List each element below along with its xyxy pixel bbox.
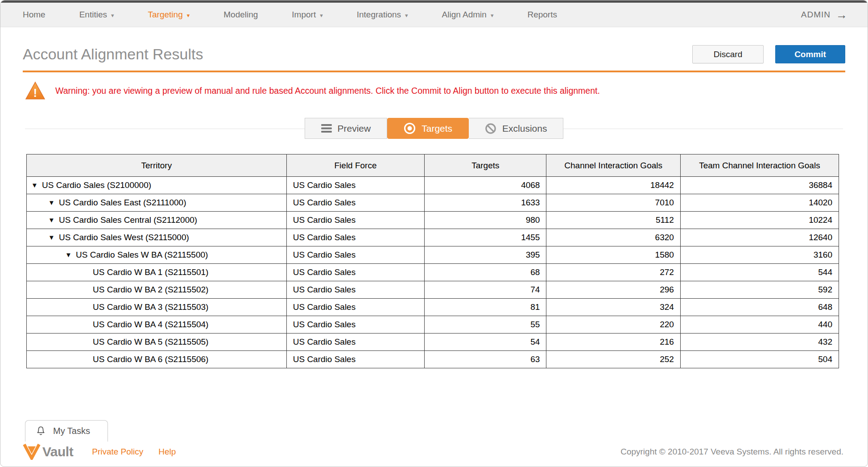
team-channel-goals-cell: 12640 xyxy=(680,229,839,246)
expand-arrow-icon[interactable]: ▼ xyxy=(48,216,59,224)
field-force-cell: US Cardio Sales xyxy=(286,177,425,194)
column-header-team-channel-interaction-goals: Team Channel Interaction Goals xyxy=(680,154,839,177)
title-divider xyxy=(23,71,845,72)
team-channel-goals-cell: 648 xyxy=(680,299,839,316)
nav-item-home[interactable]: Home ▾ xyxy=(23,10,45,20)
team-channel-goals-cell: 440 xyxy=(680,316,839,334)
territory-cell: ▼US Cardio W BA 1 (S2115501) xyxy=(27,264,287,281)
table-row[interactable]: ▼US Cardio Sales (S2100000) US Cardio Sa… xyxy=(27,177,839,194)
territory-cell: ▼US Cardio W BA 5 (S2115505) xyxy=(27,334,287,351)
targets-cell: 81 xyxy=(425,299,546,316)
territory-cell: ▼US Cardio W BA 4 (S2115504) xyxy=(27,316,287,334)
team-channel-goals-cell: 14020 xyxy=(680,194,839,212)
territory-label: US Cardio W BA 4 (S2115504) xyxy=(93,320,208,329)
nav-item-align-admin[interactable]: Align Admin ▾ xyxy=(442,10,494,20)
nav-item-label: Home xyxy=(23,10,45,20)
channel-goals-cell: 5112 xyxy=(546,212,680,229)
expand-arrow-icon[interactable]: ▼ xyxy=(48,199,59,206)
top-navbar: Home ▾ Entities ▾ Targeting ▾ Modeling ▾… xyxy=(0,3,868,27)
table-row[interactable]: ▼US Cardio W BA 1 (S2115501) US Cardio S… xyxy=(27,264,839,281)
field-force-cell: US Cardio Sales xyxy=(286,334,425,351)
tab-label: Targets xyxy=(422,123,452,134)
territory-cell: ▼US Cardio Sales Central (S2112000) xyxy=(27,212,287,229)
territory-cell: ▼US Cardio Sales West (S2115000) xyxy=(27,229,287,246)
tab-label: Preview xyxy=(338,123,371,134)
table-row[interactable]: ▼US Cardio W BA 6 (S2115506) US Cardio S… xyxy=(27,351,839,368)
targets-cell: 54 xyxy=(425,334,546,351)
column-header-targets: Targets xyxy=(425,154,546,177)
territory-label: US Cardio Sales Central (S2112000) xyxy=(59,215,197,225)
nav-item-targeting[interactable]: Targeting ▾ xyxy=(148,10,190,20)
territory-cell: ▼US Cardio W BA 2 (S2115502) xyxy=(27,281,287,299)
field-force-cell: US Cardio Sales xyxy=(286,299,425,316)
nav-item-modeling[interactable]: Modeling ▾ xyxy=(223,10,258,20)
channel-goals-cell: 272 xyxy=(546,264,680,281)
expand-arrow-icon[interactable]: ▼ xyxy=(31,181,42,189)
page-header: Account Alignment Results Discard Commit xyxy=(23,45,845,63)
team-channel-goals-cell: 504 xyxy=(680,351,839,368)
territory-label: US Cardio Sales W BA (S2115500) xyxy=(76,250,208,259)
team-channel-goals-cell: 10224 xyxy=(680,212,839,229)
chevron-down-icon: ▾ xyxy=(405,12,408,18)
team-channel-goals-cell: 544 xyxy=(680,264,839,281)
nav-item-label: Integrations xyxy=(357,10,401,20)
table-row[interactable]: ▼US Cardio Sales West (S2115000) US Card… xyxy=(27,229,839,246)
discard-button[interactable]: Discard xyxy=(692,45,764,63)
field-force-cell: US Cardio Sales xyxy=(286,264,425,281)
targets-cell: 1455 xyxy=(425,229,546,246)
nav-item-import[interactable]: Import ▾ xyxy=(292,10,322,20)
commit-button[interactable]: Commit xyxy=(775,45,845,63)
footer-link-private-policy[interactable]: Private Policy xyxy=(92,447,143,457)
territory-cell: ▼US Cardio Sales W BA (S2115500) xyxy=(27,246,287,264)
nav-item-reports[interactable]: Reports ▾ xyxy=(527,10,557,20)
table-row[interactable]: ▼US Cardio W BA 4 (S2115504) US Cardio S… xyxy=(27,316,839,334)
table-row[interactable]: ▼US Cardio Sales W BA (S2115500) US Card… xyxy=(27,246,839,264)
table-row[interactable]: ▼US Cardio W BA 3 (S2115503) US Cardio S… xyxy=(27,299,839,316)
vault-logo[interactable]: Vault xyxy=(23,444,73,460)
field-force-cell: US Cardio Sales xyxy=(286,246,425,264)
channel-goals-cell: 220 xyxy=(546,316,680,334)
channel-goals-cell: 18442 xyxy=(546,177,680,194)
tab-targets[interactable]: Targets xyxy=(387,118,469,139)
targets-cell: 1633 xyxy=(425,194,546,212)
admin-menu[interactable]: ADMIN → xyxy=(801,9,848,21)
tab-group: Preview Targets xyxy=(23,118,845,139)
nav-item-integrations[interactable]: Integrations ▾ xyxy=(357,10,408,20)
targets-cell: 68 xyxy=(425,264,546,281)
expand-arrow-icon[interactable]: ▼ xyxy=(48,234,59,241)
table-row[interactable]: ▼US Cardio Sales East (S2111000) US Card… xyxy=(27,194,839,212)
channel-goals-cell: 7010 xyxy=(546,194,680,212)
table-row[interactable]: ▼US Cardio Sales Central (S2112000) US C… xyxy=(27,212,839,229)
list-icon xyxy=(321,124,332,133)
table-row[interactable]: ▼US Cardio W BA 2 (S2115502) US Cardio S… xyxy=(27,281,839,299)
expand-arrow-icon[interactable]: ▼ xyxy=(65,251,76,259)
nav-item-entities[interactable]: Entities ▾ xyxy=(79,10,114,20)
field-force-cell: US Cardio Sales xyxy=(286,351,425,368)
column-header-field-force: Field Force xyxy=(286,154,425,177)
footer-bar: Vault Private PolicyHelp Copyright © 201… xyxy=(0,441,868,467)
channel-goals-cell: 296 xyxy=(546,281,680,299)
field-force-cell: US Cardio Sales xyxy=(286,316,425,334)
tab-preview[interactable]: Preview xyxy=(305,118,388,139)
exclusion-icon xyxy=(485,123,496,134)
chevron-down-icon: ▾ xyxy=(320,12,323,18)
territory-cell: ▼US Cardio Sales East (S2111000) xyxy=(27,194,287,212)
nav-items: Home ▾ Entities ▾ Targeting ▾ Modeling ▾… xyxy=(23,10,591,20)
footer-link-help[interactable]: Help xyxy=(158,447,176,457)
targets-cell: 74 xyxy=(425,281,546,299)
chevron-down-icon: ▾ xyxy=(111,12,114,18)
nav-item-label: Entities xyxy=(79,10,107,20)
tab-label: Exclusions xyxy=(502,123,547,134)
my-tasks-tab[interactable]: My Tasks xyxy=(25,420,108,442)
table-row[interactable]: ▼US Cardio W BA 5 (S2115505) US Cardio S… xyxy=(27,334,839,351)
targets-cell: 395 xyxy=(425,246,546,264)
territory-label: US Cardio W BA 3 (S2115503) xyxy=(93,302,208,312)
nav-item-label: Import xyxy=(292,10,316,20)
tab-exclusions[interactable]: Exclusions xyxy=(469,118,563,139)
view-tabs: Preview Targets xyxy=(23,118,845,139)
nav-item-label: Align Admin xyxy=(442,10,487,20)
field-force-cell: US Cardio Sales xyxy=(286,212,425,229)
team-channel-goals-cell: 592 xyxy=(680,281,839,299)
logout-arrow-icon: → xyxy=(836,9,848,21)
territory-cell: ▼US Cardio Sales (S2100000) xyxy=(27,177,287,194)
